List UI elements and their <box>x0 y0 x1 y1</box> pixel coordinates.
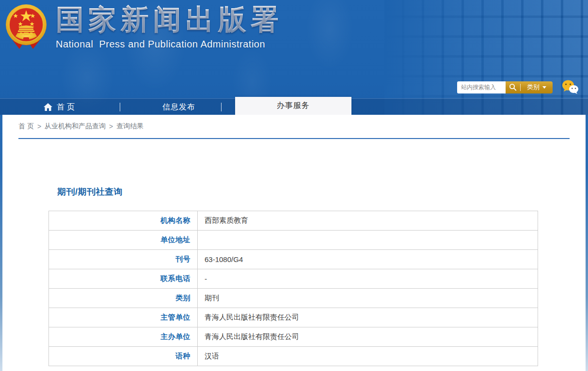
site-header: 国家新闻出版署 National Press and Publication A… <box>0 0 588 115</box>
site-subtitle: National Press and Publication Administr… <box>56 39 283 50</box>
table-row: 语种 汉语 <box>49 347 538 366</box>
search-controls: 类别 <box>506 81 553 93</box>
breadcrumb-rule <box>18 138 570 139</box>
content-panel: 首 页 > 从业机构和产品查询 > 查询结果 期刊/期刊社查询 机构名称 西部素… <box>2 115 586 371</box>
nav-item-home[interactable]: 首页 <box>44 99 77 115</box>
breadcrumb-home[interactable]: 首 页 <box>18 122 34 131</box>
breadcrumb-separator: > <box>109 123 113 130</box>
table-row: 类别 期刊 <box>49 289 538 308</box>
row-label: 单位地址 <box>49 231 198 250</box>
nav-services-label: 办事服务 <box>277 101 310 111</box>
home-icon <box>44 103 52 111</box>
nav-item-services-active[interactable]: 办事服务 <box>235 97 351 115</box>
nav-home-label: 首页 <box>57 102 77 112</box>
breadcrumb-separator: > <box>37 123 41 130</box>
row-value: 期刊 <box>198 289 538 308</box>
page: 国家新闻出版署 National Press and Publication A… <box>0 0 588 371</box>
row-value <box>198 231 538 250</box>
nav-item-news[interactable]: 信息发布 <box>162 99 195 115</box>
table-row: 联系电话 - <box>49 269 538 289</box>
row-value: 青海人民出版社有限责任公司 <box>198 327 538 347</box>
row-value: 青海人民出版社有限责任公司 <box>198 308 538 327</box>
table-row: 刊号 63-1080/G4 <box>49 250 538 269</box>
search-input[interactable] <box>457 81 506 93</box>
row-value: 西部素质教育 <box>198 211 538 231</box>
site-search: 类别 <box>457 79 579 95</box>
site-title: 国家新闻出版署 <box>56 2 283 37</box>
nav-divider <box>120 103 120 111</box>
table-row: 单位地址 <box>49 231 538 250</box>
row-value: - <box>198 269 538 289</box>
row-label: 刊号 <box>49 250 198 269</box>
row-label: 联系电话 <box>49 269 198 289</box>
page-title: 期刊/期刊社查询 <box>57 186 570 198</box>
category-label: 类别 <box>527 83 540 92</box>
search-icon <box>509 83 517 91</box>
breadcrumb-current: 查询结果 <box>116 122 143 131</box>
row-label: 机构名称 <box>49 211 198 231</box>
main-nav: 首页 信息发布 办事服务 <box>0 98 588 115</box>
row-label: 主办单位 <box>49 327 198 347</box>
search-button[interactable] <box>506 81 520 93</box>
nav-divider <box>221 103 222 111</box>
breadcrumb: 首 页 > 从业机构和产品查询 > 查询结果 <box>18 115 570 131</box>
table-row: 主管单位 青海人民出版社有限责任公司 <box>49 308 538 327</box>
row-value: 63-1080/G4 <box>198 250 538 269</box>
chevron-down-icon <box>542 86 546 89</box>
row-label: 类别 <box>49 289 198 308</box>
row-value: 汉语 <box>198 347 538 366</box>
table-row: 机构名称 西部素质教育 <box>49 211 538 231</box>
brand-block: 国家新闻出版署 National Press and Publication A… <box>56 2 283 50</box>
national-emblem-logo <box>4 2 48 50</box>
category-dropdown[interactable]: 类别 <box>521 81 553 93</box>
row-label: 语种 <box>49 347 198 366</box>
table-row: 主办单位 青海人民出版社有限责任公司 <box>49 327 538 347</box>
seal-pattern-fade <box>384 0 588 115</box>
result-table: 机构名称 西部素质教育 单位地址 刊号 63-1080/G4 联系电话 - 类别 <box>48 211 538 366</box>
breadcrumb-query-section[interactable]: 从业机构和产品查询 <box>45 122 106 131</box>
row-label: 主管单位 <box>49 308 198 327</box>
nav-news-label: 信息发布 <box>162 102 195 112</box>
wechat-icon[interactable] <box>561 79 579 95</box>
